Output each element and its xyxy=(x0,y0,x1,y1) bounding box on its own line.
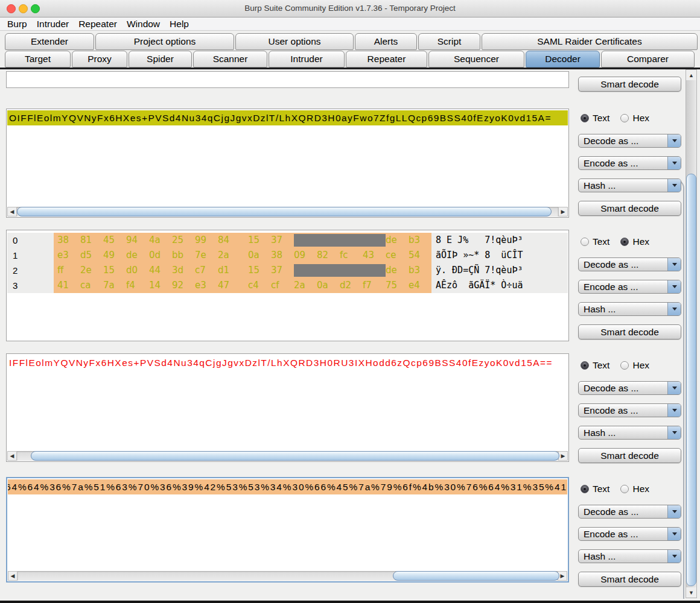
hash-button-s4[interactable]: Hash ... xyxy=(578,426,681,440)
text-radio-label-s2: Text xyxy=(593,113,609,124)
decoder-textarea-s4[interactable]: IFFlEolmYQVNyFx6HXes+PVSd4Nu34qCjgJgvxDz… xyxy=(6,353,569,462)
hex-byte: 99 xyxy=(195,233,218,248)
tab-proxy[interactable]: Proxy xyxy=(72,51,127,68)
chevron-down-icon xyxy=(667,404,681,417)
hash-button-s5[interactable]: Hash ... xyxy=(578,549,681,563)
tab-intruder[interactable]: Intruder xyxy=(269,51,345,68)
smart-decode-button-s1[interactable]: Smart decode xyxy=(578,77,681,92)
encode-as-label: Encode as ... xyxy=(579,405,667,416)
h-scrollbar-s4[interactable]: ◀ ▶ xyxy=(7,451,568,461)
hex-byte: c7 xyxy=(195,263,218,278)
tab-decoder[interactable]: Decoder xyxy=(526,51,600,68)
hex-byte: cf xyxy=(271,278,294,293)
smart-decode-button-s3[interactable]: Smart decode xyxy=(578,324,681,339)
tab-alerts[interactable]: Alerts xyxy=(355,33,417,50)
tab-target[interactable]: Target xyxy=(5,51,71,68)
hex-radio-s2[interactable] xyxy=(620,114,629,122)
decode-as-button-s3[interactable]: Decode as ... xyxy=(578,257,681,271)
hex-byte: 0d xyxy=(149,248,172,263)
text-radio-s3[interactable] xyxy=(581,238,589,246)
chevron-down-icon xyxy=(667,382,681,394)
scroll-track-s4[interactable] xyxy=(17,451,558,461)
hex-byte: 44 xyxy=(149,263,172,278)
scroll-thumb-s2[interactable] xyxy=(17,207,552,216)
text-radio-s2[interactable] xyxy=(581,114,589,122)
tab-extender[interactable]: Extender xyxy=(5,33,94,50)
tab-project-options[interactable]: Project options xyxy=(95,33,234,50)
hex-byte: 49 xyxy=(103,248,126,263)
hex-byte: 37 xyxy=(271,233,294,248)
hash-button-s2[interactable]: Hash ... xyxy=(578,178,681,192)
decoder-textarea-s2[interactable]: OIFFlEolmYQVNyFx6HXes+PVSd4Nu34qCjgJgvxD… xyxy=(6,109,569,218)
hex-row-3[interactable]: 341ca7af41492e347c4cf2a0ad2f775e4AÊzô ãG… xyxy=(7,278,568,293)
encode-as-button-s2[interactable]: Encode as ... xyxy=(578,156,681,170)
decode-as-label: Decode as ... xyxy=(579,259,667,270)
scroll-right-icon[interactable]: ▶ xyxy=(558,207,568,216)
hex-radio-s5[interactable] xyxy=(620,485,629,493)
encode-as-button-s3[interactable]: Encode as ... xyxy=(578,280,681,294)
text-radio-label-s3: Text xyxy=(593,236,609,247)
tab-repeater[interactable]: Repeater xyxy=(346,51,427,68)
hex-byte: 0a xyxy=(317,278,340,293)
scroll-left-icon[interactable]: ◀ xyxy=(8,571,18,581)
decoder-textarea-s1[interactable] xyxy=(6,71,569,88)
decoder-hexview-s3[interactable]: 0388145944a2599841537deb38 E J% 7!qèuÞ³1… xyxy=(6,230,569,341)
menu-intruder[interactable]: Intruder xyxy=(32,19,74,30)
menu-window[interactable]: Window xyxy=(122,19,165,30)
hex-row-2[interactable]: 2ff2e15d0443dc7d11537deb3ÿ. ÐD=ÇÑ 7!qèuÞ… xyxy=(7,263,568,278)
decoder-textarea-s5[interactable]: 64%64%36%7a%51%63%70%36%39%42%53%53%34%3… xyxy=(6,477,569,582)
v-scrollbar[interactable]: ▲ ▼ xyxy=(686,69,697,598)
decode-as-button-s2[interactable]: Decode as ... xyxy=(578,134,681,148)
scroll-thumb-s4[interactable] xyxy=(31,451,559,461)
hex-byte: 0a xyxy=(248,248,271,263)
h-scrollbar-s5[interactable]: ◀ ▶ xyxy=(8,571,567,581)
hash-button-s3[interactable]: Hash ... xyxy=(578,302,681,316)
scroll-right-icon[interactable]: ▶ xyxy=(558,451,568,461)
hex-radio-s4[interactable] xyxy=(620,361,629,370)
mode-radios-s2: TextHex xyxy=(581,113,660,124)
h-scrollbar-s2[interactable]: ◀ ▶ xyxy=(7,207,568,216)
scroll-up-icon[interactable]: ▲ xyxy=(686,70,696,80)
decode-as-button-s4[interactable]: Decode as ... xyxy=(578,381,681,395)
hex-byte: 54 xyxy=(409,248,431,263)
hex-bytes: 388145944a2599841537deb3 xyxy=(54,233,431,248)
tab-row-1: ExtenderProject optionsUser optionsAlert… xyxy=(5,33,698,50)
smart-decode-button-s5[interactable]: Smart decode xyxy=(578,572,681,587)
redacted-byte xyxy=(317,234,340,247)
smart-decode-button-s2[interactable]: Smart decode xyxy=(578,201,681,216)
scroll-down-icon[interactable]: ▼ xyxy=(686,587,696,598)
tab-script[interactable]: Script xyxy=(418,33,480,50)
hash-label: Hash ... xyxy=(579,180,667,191)
menu-help[interactable]: Help xyxy=(165,19,194,30)
window-title: Burp Suite Community Edition v1.7.36 - T… xyxy=(0,4,700,13)
chevron-down-icon xyxy=(667,179,681,192)
hex-byte: ff xyxy=(57,263,80,278)
tab-comparer[interactable]: Comparer xyxy=(601,51,695,68)
hex-rows: 0388145944a2599841537deb38 E J% 7!qèuÞ³1… xyxy=(7,233,568,293)
encode-as-button-s4[interactable]: Encode as ... xyxy=(578,403,681,417)
hex-byte: 38 xyxy=(271,248,294,263)
smart-decode-button-s4[interactable]: Smart decode xyxy=(578,448,681,463)
mode-radios-s3: TextHex xyxy=(581,236,660,247)
v-scroll-thumb[interactable] xyxy=(686,174,696,586)
text-radio-s5[interactable] xyxy=(581,485,589,493)
decode-as-button-s5[interactable]: Decode as ... xyxy=(578,505,681,519)
menu-repeater[interactable]: Repeater xyxy=(74,19,122,30)
hex-radio-s3[interactable] xyxy=(620,238,629,246)
scroll-track-s2[interactable] xyxy=(17,207,558,216)
tab-sequencer[interactable]: Sequencer xyxy=(428,51,524,68)
encode-as-label: Encode as ... xyxy=(579,529,667,540)
tab-spider[interactable]: Spider xyxy=(129,51,192,68)
tab-user-options[interactable]: User options xyxy=(235,33,354,50)
scroll-left-icon[interactable]: ◀ xyxy=(7,451,17,461)
encode-as-button-s5[interactable]: Encode as ... xyxy=(578,527,681,541)
scroll-thumb-s5[interactable] xyxy=(393,571,559,581)
tab-scanner[interactable]: Scanner xyxy=(193,51,267,68)
text-radio-s4[interactable] xyxy=(581,361,589,370)
hex-row-1[interactable]: 1e3d549de0dbb7e2a0a380982fc43ce54ãÕIÞ »~… xyxy=(7,248,568,263)
scroll-track-s5[interactable] xyxy=(18,571,558,581)
hex-row-0[interactable]: 0388145944a2599841537deb38 E J% 7!qèuÞ³ xyxy=(7,233,568,248)
menu-burp[interactable]: Burp xyxy=(2,19,32,30)
scroll-left-icon[interactable]: ◀ xyxy=(7,207,17,216)
tab-saml-raider-certificates[interactable]: SAML Raider Certificates xyxy=(482,33,698,50)
